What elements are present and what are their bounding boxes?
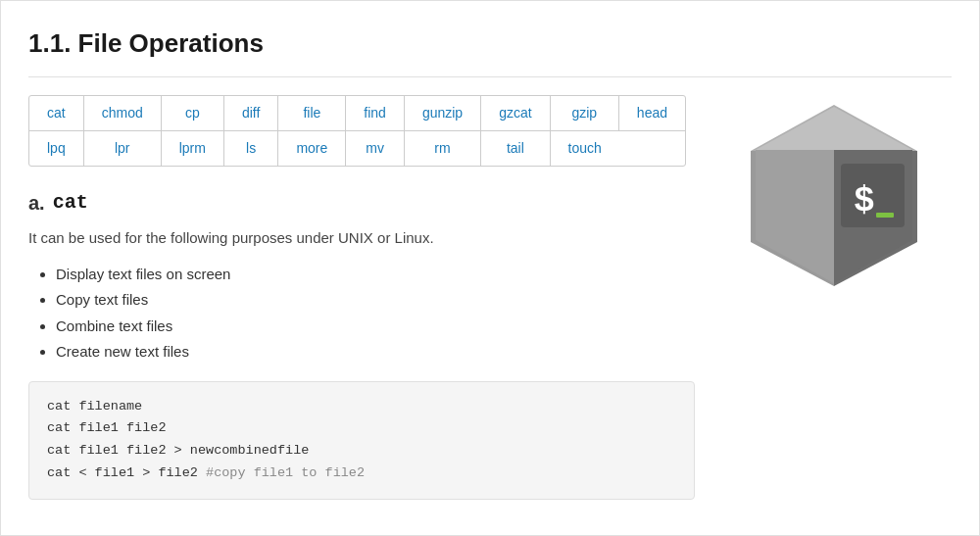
section-command: cat [53,188,88,218]
terminal-icon: $ [731,95,937,311]
section-heading: a. cat [28,188,697,218]
section-description: It can be used for the following purpose… [28,227,697,250]
cmd-gunzip[interactable]: gunzip [405,96,481,131]
page-container: 1.1. File Operations cat chmod cp diff f… [0,0,980,536]
list-item: Combine text files [56,316,697,338]
cmd-lpq[interactable]: lpq [29,131,84,166]
section-letter: a. [28,188,45,218]
cmd-more[interactable]: more [278,131,346,166]
cmd-diff[interactable]: diff [224,96,278,131]
svg-text:$: $ [854,181,875,221]
cmd-find[interactable]: find [346,96,405,131]
cmd-gzip[interactable]: gzip [551,96,619,131]
svg-marker-4 [756,107,912,150]
cmd-lpr[interactable]: lpr [84,131,162,166]
cmd-head[interactable]: head [619,96,685,131]
cmd-file[interactable]: file [278,96,346,131]
list-item: Display text files on screen [56,264,697,286]
list-item: Copy text files [56,289,697,312]
cmd-chmod[interactable]: chmod [84,96,162,131]
code-block: cat filename cat file1 file2 cat file1 f… [28,381,695,501]
cmd-cp[interactable]: cp [162,96,224,131]
main-layout: cat chmod cp diff file find gunzip gzcat… [28,95,952,500]
code-line-2: cat file1 file2 [47,417,676,440]
cmd-touch[interactable]: touch [551,131,619,166]
svg-rect-9 [876,213,894,218]
bullet-list: Display text files on screen Copy text f… [28,264,697,364]
commands-grid: cat chmod cp diff file find gunzip gzcat… [28,95,686,167]
code-line-1: cat filename [47,396,676,418]
cmd-ls[interactable]: ls [224,131,278,166]
cmd-mv[interactable]: mv [346,131,405,166]
content-area: cat chmod cp diff file find gunzip gzcat… [28,95,697,500]
cmd-tail[interactable]: tail [481,131,550,166]
code-line-3: cat file1 file2 > newcombinedfile [47,440,676,463]
cmd-gzcat[interactable]: gzcat [481,96,550,131]
page-title: 1.1. File Operations [28,24,952,77]
code-line-4: cat < file1 > file2 #copy file1 to file2 [47,463,676,485]
cmd-rm[interactable]: rm [405,131,481,166]
icon-area: $ [716,95,952,500]
code-comment: #copy file1 to file2 [206,465,365,480]
cmd-lprm[interactable]: lprm [162,131,224,166]
list-item: Create new text files [56,341,697,364]
cmd-cat[interactable]: cat [29,96,84,131]
